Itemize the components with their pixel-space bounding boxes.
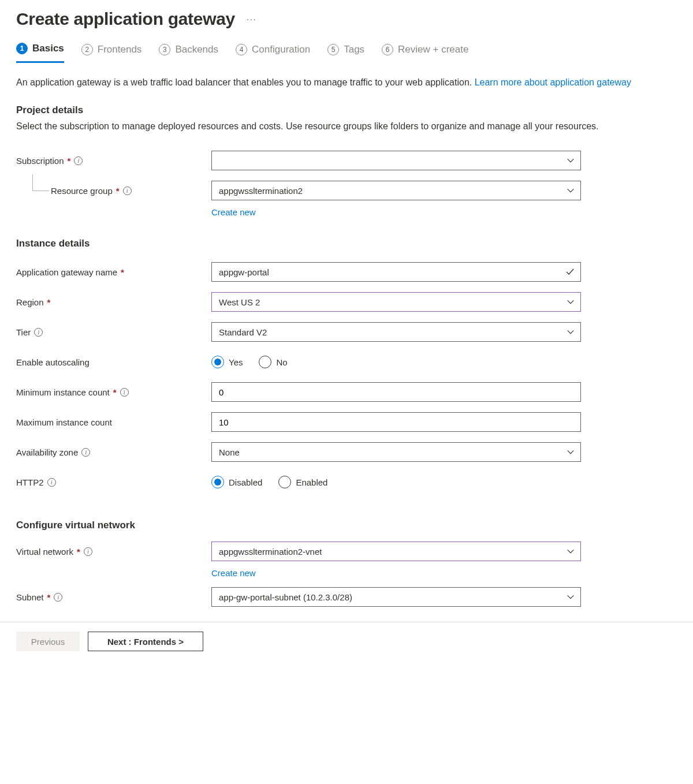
subnet-label: Subnet bbox=[16, 592, 44, 602]
chevron-down-icon bbox=[567, 328, 575, 336]
page-title: Create application gateway bbox=[16, 9, 235, 29]
tab-tags[interactable]: 5 Tags bbox=[327, 39, 364, 63]
chevron-down-icon bbox=[567, 547, 575, 555]
region-select[interactable]: West US 2 bbox=[211, 292, 581, 312]
section-project-sub: Select the subscription to manage deploy… bbox=[16, 120, 677, 133]
vnet-label: Virtual network bbox=[16, 547, 73, 557]
tab-num: 3 bbox=[159, 44, 170, 55]
autoscale-no-label: No bbox=[276, 357, 287, 367]
wizard-footer: Previous Next : Frontends > bbox=[0, 622, 693, 665]
autoscale-label: Enable autoscaling bbox=[16, 357, 90, 367]
chevron-down-icon bbox=[567, 186, 575, 195]
required-indicator: * bbox=[47, 592, 51, 602]
tab-configuration[interactable]: 4 Configuration bbox=[236, 39, 310, 63]
create-new-rg-link[interactable]: Create new bbox=[211, 207, 256, 217]
create-new-vnet-link[interactable]: Create new bbox=[211, 568, 256, 578]
info-icon[interactable]: i bbox=[54, 593, 62, 602]
resource-group-select[interactable]: appgwssltermination2 bbox=[211, 181, 581, 200]
min-instance-label: Minimum instance count bbox=[16, 387, 110, 397]
subscription-select[interactable] bbox=[211, 151, 581, 170]
learn-more-link[interactable]: Learn more about application gateway bbox=[475, 77, 631, 87]
gateway-name-value: appgw-portal bbox=[219, 267, 269, 277]
subnet-value: app-gw-portal-subnet (10.2.3.0/28) bbox=[219, 592, 352, 602]
http2-disabled-label: Disabled bbox=[229, 477, 262, 487]
region-label: Region bbox=[16, 297, 44, 307]
chevron-down-icon bbox=[567, 593, 575, 601]
info-icon[interactable]: i bbox=[120, 388, 129, 397]
max-instance-label: Maximum instance count bbox=[16, 417, 112, 427]
autoscale-no-radio[interactable] bbox=[259, 356, 271, 368]
required-indicator: * bbox=[116, 186, 120, 196]
intro-text: An application gateway is a web traffic … bbox=[16, 76, 677, 89]
info-icon[interactable]: i bbox=[123, 186, 132, 195]
tab-label: Tags bbox=[344, 44, 364, 55]
http2-enabled-radio[interactable] bbox=[278, 476, 291, 488]
tab-num: 5 bbox=[327, 44, 339, 55]
info-icon[interactable]: i bbox=[74, 156, 83, 165]
resource-group-label: Resource group bbox=[51, 186, 113, 196]
autoscale-yes-label: Yes bbox=[229, 357, 243, 367]
subscription-label: Subscription bbox=[16, 156, 64, 166]
required-indicator: * bbox=[77, 547, 80, 557]
intro-body: An application gateway is a web traffic … bbox=[16, 77, 475, 87]
region-value: West US 2 bbox=[219, 297, 260, 307]
http2-enabled-label: Enabled bbox=[296, 477, 327, 487]
tab-label: Configuration bbox=[252, 44, 310, 55]
required-indicator: * bbox=[113, 387, 117, 397]
autoscale-radio-group: Yes No bbox=[211, 352, 581, 372]
required-indicator: * bbox=[121, 267, 124, 277]
section-vnet: Configure virtual network bbox=[16, 520, 677, 531]
http2-label: HTTP2 bbox=[16, 477, 44, 487]
tab-label: Frontends bbox=[98, 44, 142, 55]
tab-num: 2 bbox=[81, 44, 93, 55]
max-instance-input[interactable] bbox=[211, 412, 581, 432]
tier-label: Tier bbox=[16, 327, 31, 337]
az-value: None bbox=[219, 447, 240, 457]
tab-num: 1 bbox=[16, 43, 28, 54]
tier-select[interactable]: Standard V2 bbox=[211, 322, 581, 342]
vnet-select[interactable]: appgwssltermination2-vnet bbox=[211, 542, 581, 561]
section-instance-details: Instance details bbox=[16, 238, 677, 249]
tab-frontends[interactable]: 2 Frontends bbox=[81, 39, 142, 63]
tier-value: Standard V2 bbox=[219, 327, 267, 337]
tab-review-create[interactable]: 6 Review + create bbox=[382, 39, 468, 63]
vnet-value: appgwssltermination2-vnet bbox=[219, 547, 322, 557]
autoscale-yes-radio[interactable] bbox=[211, 356, 224, 368]
http2-disabled-radio[interactable] bbox=[211, 476, 224, 488]
gateway-name-input[interactable]: appgw-portal bbox=[211, 262, 581, 282]
http2-radio-group: Disabled Enabled bbox=[211, 472, 581, 492]
chevron-down-icon bbox=[567, 156, 575, 165]
min-instance-input[interactable] bbox=[211, 382, 581, 402]
az-select[interactable]: None bbox=[211, 442, 581, 462]
required-indicator: * bbox=[68, 156, 71, 166]
chevron-down-icon bbox=[567, 298, 575, 306]
checkmark-icon bbox=[565, 267, 575, 277]
tab-label: Backends bbox=[175, 44, 218, 55]
next-button[interactable]: Next : Frontends > bbox=[88, 632, 203, 651]
tab-label: Review + create bbox=[398, 44, 468, 55]
az-label: Availability zone bbox=[16, 447, 78, 457]
resource-group-value: appgwssltermination2 bbox=[219, 186, 303, 196]
tab-num: 6 bbox=[382, 44, 393, 55]
tab-basics[interactable]: 1 Basics bbox=[16, 39, 64, 63]
chevron-down-icon bbox=[567, 448, 575, 456]
wizard-tabs: 1 Basics 2 Frontends 3 Backends 4 Config… bbox=[16, 39, 677, 63]
info-icon[interactable]: i bbox=[81, 448, 90, 457]
gateway-name-label: Application gateway name bbox=[16, 267, 117, 277]
info-icon[interactable]: i bbox=[84, 547, 92, 556]
previous-button: Previous bbox=[16, 632, 80, 651]
required-indicator: * bbox=[47, 297, 51, 307]
section-project-details: Project details bbox=[16, 104, 677, 116]
tab-num: 4 bbox=[236, 44, 247, 55]
info-icon[interactable]: i bbox=[47, 478, 56, 487]
tab-backends[interactable]: 3 Backends bbox=[159, 39, 218, 63]
tab-label: Basics bbox=[32, 43, 64, 54]
subnet-select[interactable]: app-gw-portal-subnet (10.2.3.0/28) bbox=[211, 587, 581, 607]
info-icon[interactable]: i bbox=[34, 328, 43, 337]
more-actions-button[interactable]: ··· bbox=[247, 14, 257, 24]
